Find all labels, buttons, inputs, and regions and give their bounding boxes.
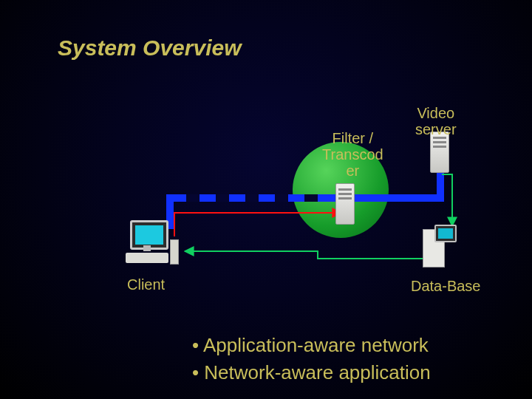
server-icon: [335, 183, 355, 225]
bullet-item: Network-aware application: [192, 361, 431, 384]
bullet-item: Application-aware network: [192, 334, 431, 357]
workstation-icon: [423, 225, 455, 269]
desktop-computer-icon: [126, 220, 177, 267]
server-icon: [430, 132, 449, 173]
filter-label: Filter /Transcoder: [322, 130, 383, 179]
client-label: Client: [127, 276, 165, 293]
database-label: Data-Base: [411, 278, 481, 295]
slide-title: System Overview: [58, 35, 241, 61]
video-label: Videoserver: [415, 105, 457, 137]
slide: System Overview Filte: [0, 0, 532, 399]
bullet-list: Application-aware network Network-aware …: [163, 330, 431, 389]
